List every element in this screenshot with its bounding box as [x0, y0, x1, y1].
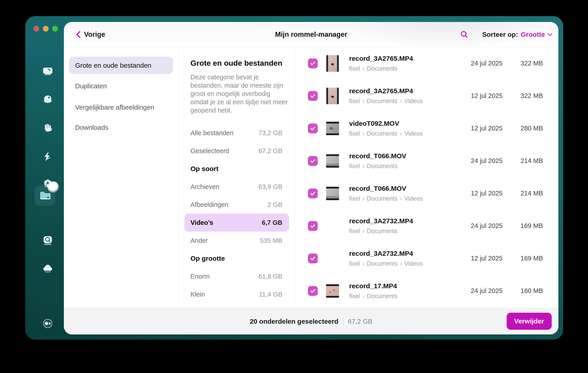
- breadcrumb: fixel›Documents: [349, 163, 406, 170]
- thumbnail-image: [326, 122, 339, 135]
- file-size: 280 MB: [503, 125, 543, 132]
- breadcrumb: fixel›Documents: [349, 228, 413, 235]
- minimize-window-button[interactable]: [43, 26, 49, 32]
- thumbnail-image: [326, 252, 339, 265]
- file-checkbox[interactable]: [308, 156, 318, 166]
- header: Vorige Mijn rommel-manager Sorteer op: G…: [64, 22, 558, 47]
- breadcrumb-item: fixel: [349, 228, 360, 235]
- sidebar-item-space-lens[interactable]: [40, 232, 56, 248]
- breadcrumb-item: fixel: [349, 130, 360, 137]
- stat-value: 63,9 GB: [259, 183, 282, 191]
- file-name: record_3A2732.MP4: [349, 250, 423, 257]
- sidebar-item-cleanup[interactable]: [40, 63, 56, 79]
- breadcrumb-item: Documents: [367, 228, 398, 235]
- sort-dropdown[interactable]: Sorteer op: Grootte: [482, 22, 552, 47]
- checkmark-icon: [309, 255, 316, 262]
- assistant-dots-icon: [42, 318, 53, 329]
- breadcrumb: fixel›Documents›Videos: [349, 98, 423, 105]
- stat-row[interactable]: Afbeeldingen 2 GB: [184, 196, 289, 214]
- thumbnail-image: [326, 284, 339, 298]
- stat-row[interactable]: Klein 11,4 GB: [184, 285, 289, 303]
- summary-divider: [343, 317, 343, 325]
- checkmark-icon: [309, 288, 316, 294]
- file-date: 12 jul 2025: [453, 190, 503, 197]
- breadcrumb-item: Documents: [367, 293, 398, 300]
- selected-count: 20 onderdelen geselecteerd: [250, 318, 338, 325]
- nav-item[interactable]: Duplicaten: [69, 77, 173, 95]
- breadcrumb: fixel›Documents: [349, 65, 413, 72]
- sort-value: Grootte: [521, 31, 545, 38]
- file-info: record_T066.MOV fixel›Documents: [349, 152, 406, 170]
- breadcrumb-item: Documents: [367, 195, 398, 202]
- stat-label: Enorm: [190, 273, 259, 280]
- file-name: record_3A2765.MP4: [349, 55, 413, 62]
- file-row[interactable]: videoT092.MOV fixel›Documents›Videos 12 …: [295, 112, 558, 145]
- stat-label: Archieven: [190, 183, 259, 191]
- file-row[interactable]: record_T066.MOV fixel›Documents 24 jul 2…: [295, 145, 558, 177]
- file-checkbox[interactable]: [308, 286, 318, 296]
- close-window-button[interactable]: [33, 26, 39, 32]
- file-list: record_3A2765.MP4 fixel›Documents 24 jul…: [295, 47, 558, 308]
- breadcrumb-separator: ›: [362, 98, 364, 105]
- window-controls: [33, 26, 58, 32]
- breadcrumb-item: Documents: [367, 163, 398, 170]
- sidebar-item-protection[interactable]: [40, 120, 56, 136]
- file-size: 322 MB: [503, 92, 543, 99]
- stat-row[interactable]: Alle bestanden 73,2 GB: [184, 124, 289, 142]
- file-row[interactable]: record_T066.MOV fixel›Documents›Videos 1…: [295, 177, 558, 210]
- file-checkbox[interactable]: [308, 254, 318, 263]
- stat-row[interactable]: Op grootte: [184, 249, 289, 267]
- sidebar-item-my-clutter-active[interactable]: [34, 185, 55, 206]
- file-date: 12 jul 2025: [453, 92, 503, 99]
- file-row[interactable]: record_3A2765.MP4 fixel›Documents 24 jul…: [295, 47, 558, 80]
- category-nav: Grote en oude bestanden Duplicaten Verge…: [64, 47, 178, 308]
- nav-item[interactable]: Downloads: [69, 119, 173, 136]
- sidebar-item-smart-care[interactable]: [40, 92, 56, 108]
- stat-row[interactable]: Video's 6,7 GB: [184, 214, 289, 232]
- file-name: record_17.MP4: [349, 282, 398, 290]
- file-info: record_3A2732.MP4 fixel›Documents›Videos: [349, 250, 423, 267]
- stat-row[interactable]: Enorm 61,8 GB: [184, 267, 289, 285]
- stat-row[interactable]: Archieven 63,9 GB: [184, 178, 289, 196]
- selection-summary: 20 onderdelen geselecteerd 67,2 GB: [64, 308, 558, 334]
- breadcrumb-item: Documents: [367, 130, 398, 137]
- sidebar-item-assistant[interactable]: [40, 315, 56, 331]
- breadcrumb-item: Videos: [404, 195, 423, 202]
- sidebar-item-cloud[interactable]: [40, 260, 56, 276]
- sidebar-item-performance[interactable]: [40, 148, 56, 164]
- search-button[interactable]: [459, 30, 469, 40]
- zoom-window-button[interactable]: [52, 26, 58, 32]
- file-size: 214 MB: [503, 190, 543, 197]
- stat-row[interactable]: Ander 535 MB: [184, 232, 289, 249]
- breadcrumb: fixel›Documents›Videos: [349, 195, 423, 202]
- file-checkbox[interactable]: [308, 189, 318, 198]
- file-size: 322 MB: [503, 60, 543, 67]
- file-size: 169 MB: [503, 222, 543, 230]
- nav-item[interactable]: Vergelijkbare afbeeldingen: [69, 99, 173, 116]
- file-date: 24 jul 2025: [453, 157, 503, 165]
- breadcrumb-item: fixel: [349, 65, 360, 72]
- file-info: videoT092.MOV fixel›Documents›Videos: [349, 120, 423, 137]
- file-thumbnail: [326, 187, 339, 200]
- file-checkbox[interactable]: [308, 59, 318, 68]
- stats-list: Alle bestanden 73,2 GB Geselecteerd 67,2…: [178, 124, 295, 303]
- breadcrumb-item: Videos: [404, 260, 423, 267]
- checkmark-icon: [309, 125, 316, 132]
- stat-value: 67,2 GB: [259, 147, 282, 155]
- nav-item-label: Grote en oude bestanden: [75, 62, 151, 69]
- stat-row[interactable]: Geselecteerd 67,2 GB: [184, 142, 289, 160]
- file-checkbox[interactable]: [308, 221, 318, 231]
- stat-row[interactable]: Op soort: [184, 160, 289, 178]
- nav-item[interactable]: Grote en oude bestanden: [69, 57, 173, 74]
- file-row[interactable]: record_3A2732.MP4 fixel›Documents›Videos…: [295, 242, 558, 275]
- file-date: 24 jul 2025: [453, 222, 503, 230]
- file-row[interactable]: record_3A2765.MP4 fixel›Documents›Videos…: [295, 80, 558, 112]
- file-row[interactable]: record_3A2732.MP4 fixel›Documents 24 jul…: [295, 210, 558, 242]
- file-checkbox[interactable]: [308, 91, 318, 101]
- file-row[interactable]: record_17.MP4 fixel›Documents 24 jul 202…: [295, 275, 558, 307]
- checkmark-icon: [309, 190, 316, 197]
- breadcrumb-separator: ›: [362, 130, 364, 137]
- file-checkbox[interactable]: [308, 124, 318, 133]
- file-thumbnail: [326, 55, 339, 72]
- delete-button[interactable]: Verwijder: [507, 313, 552, 330]
